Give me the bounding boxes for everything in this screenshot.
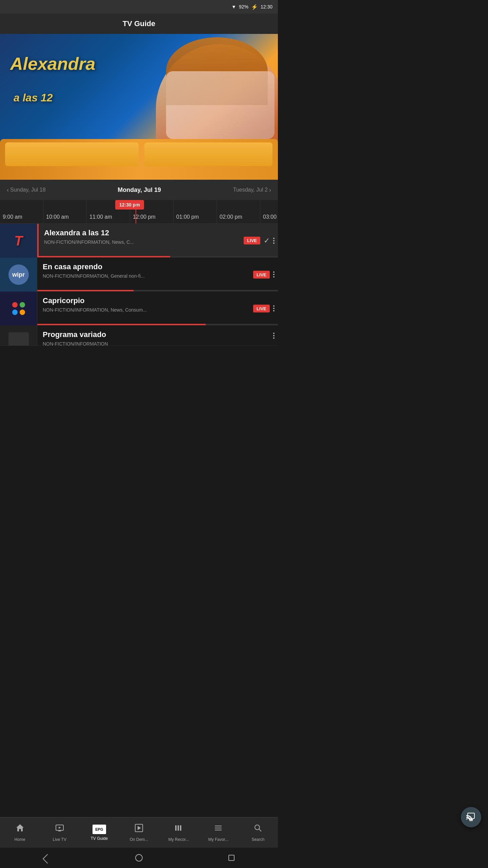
channel-logo-teleisla: [0, 292, 37, 326]
channel-row-teleisla[interactable]: Capricorpio NON-FICTION/INFORMATION, New…: [0, 292, 278, 326]
live-badge: LIVE: [253, 304, 270, 312]
app-header: TV Guide: [0, 14, 278, 34]
channel-content-wipr[interactable]: En casa aprendo NON-FICTION/INFORMATION,…: [37, 258, 278, 291]
hero-banner[interactable]: Alexandra a las 12: [0, 34, 278, 180]
channel-actions-teleisla: LIVE: [253, 304, 274, 312]
current-time-bubble: 12:30 pm: [115, 200, 144, 210]
channel-meta-telemundo: NON-FICTION/INFORMATION, News, C...: [44, 239, 272, 245]
more-options-icon[interactable]: [273, 305, 274, 312]
hero-show-subtitle: a las 12: [14, 92, 53, 104]
channel-meta-teleisla: NON-FICTION/INFORMATION, News, Consum...: [43, 307, 272, 313]
channel-logo-wipr: wipr: [0, 258, 37, 292]
teleisla-logo: [8, 298, 29, 319]
channel-meta-partial: NON-FICTION/INFORMATION: [43, 341, 272, 346]
time-slot-5: 02:00 pm: [217, 200, 260, 223]
channel-logo-telemundo: T: [0, 224, 37, 258]
hero-show-title: Alexandra: [10, 54, 95, 74]
live-badge: LIVE: [244, 237, 260, 244]
prev-date-button[interactable]: ‹ Sunday, Jul 18: [7, 186, 46, 194]
next-date-label: Tuesday, Jul 2: [233, 187, 268, 193]
channel-progress-teleisla: [37, 324, 278, 325]
channel-content-partial[interactable]: Programa variado NON-FICTION/INFORMATION: [37, 326, 278, 346]
more-options-icon[interactable]: [273, 333, 274, 339]
telemundo-logo: T: [7, 229, 30, 253]
prev-date-label: Sunday, Jul 18: [10, 187, 46, 193]
channel-actions-telemundo: LIVE ✓: [244, 236, 274, 245]
channel-list: T Alexandra a las 12 NON-FICTION/INFORMA…: [0, 224, 278, 346]
channel-name-telemundo: Alexandra a las 12: [44, 229, 272, 237]
channel-content-teleisla[interactable]: Capricorpio NON-FICTION/INFORMATION, New…: [37, 292, 278, 325]
live-badge: LIVE: [253, 271, 270, 278]
date-navigation[interactable]: ‹ Sunday, Jul 18 Monday, Jul 19 Tuesday,…: [0, 180, 278, 200]
clock: 12:30: [261, 4, 272, 9]
channel-row-telemundo[interactable]: T Alexandra a las 12 NON-FICTION/INFORMA…: [0, 224, 278, 258]
channel-progress-fill-wipr: [37, 290, 134, 291]
channel-progress-telemundo: [39, 256, 278, 257]
time-slot-4: 01:00 pm: [174, 200, 217, 223]
channel-row-wipr[interactable]: wipr En casa aprendo NON-FICTION/INFORMA…: [0, 258, 278, 292]
battery-text: 92%: [239, 4, 248, 9]
channel-logo-empty: [8, 332, 29, 346]
page-title: TV Guide: [123, 19, 156, 28]
time-bar[interactable]: 9:00 am10:00 am11:00 am12:00 pm01:00 pm0…: [0, 200, 278, 224]
chevron-right-icon: ›: [269, 186, 271, 194]
channel-actions-wipr: LIVE: [253, 271, 274, 278]
next-date-button[interactable]: Tuesday, Jul 2 ›: [233, 186, 271, 194]
chevron-left-icon: ‹: [7, 186, 9, 194]
channel-actions-partial: [273, 333, 274, 339]
check-icon: ✓: [264, 236, 270, 245]
channel-meta-wipr: NON-FICTION/INFORMATION, General non-fi.…: [43, 273, 272, 279]
wifi-icon: ▼: [231, 4, 236, 9]
current-time-indicator: [136, 200, 136, 223]
more-options-icon[interactable]: [273, 238, 274, 244]
channel-content-telemundo[interactable]: Alexandra a las 12 NON-FICTION/INFORMATI…: [37, 224, 278, 257]
channel-name-wipr: En casa aprendo: [43, 262, 272, 271]
channel-name-partial: Programa variado: [43, 330, 272, 339]
time-slot-6: 03:00 p: [260, 200, 278, 223]
status-bar: ▼ 92% ⚡ 12:30: [0, 0, 278, 14]
channel-progress-fill-telemundo: [39, 256, 170, 257]
more-options-icon[interactable]: [273, 272, 274, 278]
channel-progress-wipr: [37, 290, 278, 291]
channel-logo-partial: [0, 326, 37, 346]
wipr-logo: wipr: [8, 264, 29, 285]
channel-name-teleisla: Capricorpio: [43, 296, 272, 305]
battery-icon: ⚡: [251, 4, 258, 10]
time-slot-0: 9:00 am: [0, 200, 43, 223]
current-date-label: Monday, Jul 19: [118, 186, 161, 194]
channel-progress-fill-teleisla: [37, 324, 206, 325]
time-slot-1: 10:00 am: [43, 200, 87, 223]
channel-row-partial[interactable]: Programa variado NON-FICTION/INFORMATION: [0, 326, 278, 346]
